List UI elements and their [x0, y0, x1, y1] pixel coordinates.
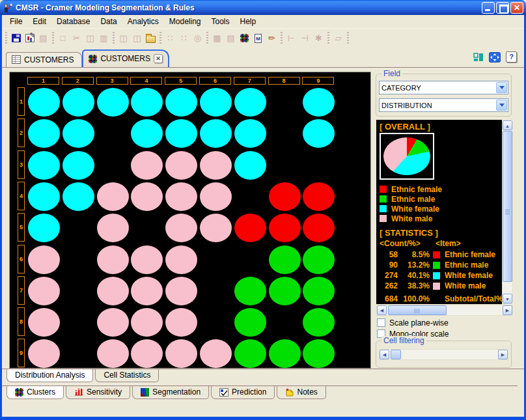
cluster-cell-r6c5[interactable]: [165, 245, 197, 274]
menu-help[interactable]: Help: [235, 16, 262, 27]
menu-analytics[interactable]: Analytics: [122, 16, 164, 27]
cluster-cell-r4c3[interactable]: [97, 182, 129, 211]
cluster-cell-r4c5[interactable]: [165, 182, 197, 211]
minimize-button[interactable]: [482, 2, 495, 14]
cluster-cell-r4c9[interactable]: [303, 182, 335, 211]
cluster-cell-r9c8[interactable]: [269, 339, 301, 368]
cluster-cell-r5c1[interactable]: [28, 214, 60, 242]
scroll-thumb[interactable]: [391, 350, 401, 359]
cluster-cell-r1c5[interactable]: [165, 88, 197, 117]
cluster-cell-r7c5[interactable]: [165, 277, 197, 305]
cluster-cell-r9c4[interactable]: [131, 339, 163, 368]
cluster-cell-r1c6[interactable]: [200, 88, 232, 117]
cluster-cell-r4c2[interactable]: [62, 182, 94, 211]
cluster-cell-r7c7[interactable]: [234, 277, 266, 305]
cluster-cell-r3c6[interactable]: [200, 151, 232, 180]
cluster-cell-r6c9[interactable]: [303, 245, 335, 274]
scale-plane-wise-checkbox[interactable]: [377, 318, 385, 327]
cluster-cell-r2c9[interactable]: [303, 119, 335, 148]
cluster-cell-r7c9[interactable]: [303, 277, 335, 305]
cluster-cell-r2c5[interactable]: [165, 119, 197, 148]
cluster-cell-r8c1[interactable]: [28, 308, 60, 337]
cluster-cell-r1c9[interactable]: [303, 88, 335, 117]
cluster-cell-r6c8[interactable]: [269, 245, 301, 274]
merge-right-icon[interactable]: ⊣: [298, 31, 312, 45]
cluster-cell-r3c5[interactable]: [165, 151, 197, 180]
flow-view-icon[interactable]: ▤: [224, 31, 238, 45]
cluster-cell-r3c7[interactable]: [234, 151, 266, 180]
open-folder-icon[interactable]: [144, 31, 158, 45]
scroll-right-icon[interactable]: ▶: [498, 350, 508, 359]
cluster-cell-r2c7[interactable]: [234, 119, 266, 148]
help-icon[interactable]: ?: [506, 51, 517, 63]
edit-notes-icon[interactable]: ✏: [265, 31, 279, 45]
tab-segmentation[interactable]: Segmentation: [132, 386, 209, 399]
snowflake-icon[interactable]: ✱: [312, 31, 325, 45]
window-switch-icon[interactable]: ▱: [331, 31, 345, 45]
print-icon[interactable]: ▤: [36, 31, 50, 45]
paste-link-icon[interactable]: ◫: [117, 31, 130, 45]
cluster-cell-r2c6[interactable]: [200, 119, 232, 148]
cluster-cell-r1c1[interactable]: [28, 88, 60, 117]
scroll-thumb[interactable]: [503, 131, 512, 282]
cluster-cell-r8c9[interactable]: [303, 308, 335, 337]
paste-icon[interactable]: ▥: [97, 31, 111, 45]
cluster-cell-r8c4[interactable]: [131, 308, 163, 337]
dot-grid-icon[interactable]: ∷: [177, 31, 191, 45]
cell-filtering-scrollbar[interactable]: ◀ ▶: [379, 349, 508, 360]
tab-notes[interactable]: Notes: [277, 386, 325, 399]
stats-vertical-scrollbar[interactable]: ▲ ▼: [502, 120, 513, 304]
cluster-cell-r9c9[interactable]: [303, 339, 335, 368]
menu-modeling[interactable]: Modeling: [164, 16, 206, 27]
save-icon[interactable]: [9, 31, 23, 45]
cluster-cell-r8c5[interactable]: [165, 308, 197, 337]
merge-left-icon[interactable]: ⊢: [284, 31, 298, 45]
pattern-grid-icon[interactable]: ∷: [163, 31, 177, 45]
cluster-cell-r9c6[interactable]: [200, 339, 232, 368]
stats-horizontal-scrollbar[interactable]: ◀ ▶: [376, 305, 513, 316]
chevron-down-icon[interactable]: [496, 100, 507, 111]
cluster-cell-r7c3[interactable]: [97, 277, 129, 305]
cluster-cell-r1c4[interactable]: [131, 88, 163, 117]
zoom-grid-icon[interactable]: ◎: [191, 31, 204, 45]
new-document-icon[interactable]: □: [56, 31, 70, 45]
cluster-cell-r5c7[interactable]: [234, 214, 266, 242]
chevron-down-icon[interactable]: [496, 82, 507, 93]
cluster-cell-r1c7[interactable]: [234, 88, 266, 117]
distribution-select[interactable]: DISTRIBUTION: [379, 98, 508, 112]
close-tab-icon[interactable]: ✕: [154, 54, 163, 63]
menu-edit[interactable]: Edit: [27, 16, 51, 27]
close-button[interactable]: [510, 2, 523, 14]
chart-view-icon[interactable]: [473, 53, 484, 62]
scroll-right-icon[interactable]: ▶: [503, 305, 512, 315]
cluster-cell-r9c7[interactable]: [234, 339, 266, 368]
title-bar[interactable]: CMSR - Cramer Modeling Segmentation & Ru…: [0, 0, 526, 15]
tab-prediction[interactable]: Prediction: [211, 386, 275, 399]
cluster-cell-r5c5[interactable]: [165, 214, 197, 242]
scroll-down-icon[interactable]: ▼: [503, 294, 512, 303]
cluster-cell-r9c5[interactable]: [165, 339, 197, 368]
cluster-cell-r8c3[interactable]: [97, 308, 129, 337]
cluster-cell-r1c2[interactable]: [62, 88, 94, 117]
cluster-cell-r6c4[interactable]: [131, 245, 163, 274]
cluster-cell-r3c1[interactable]: [28, 151, 60, 180]
expand-icon[interactable]: [489, 52, 501, 63]
menu-data[interactable]: Data: [95, 16, 122, 27]
cluster-grid-icon[interactable]: [238, 31, 251, 45]
scroll-up-icon[interactable]: ▲: [503, 120, 512, 130]
paste-special-icon[interactable]: ◫: [130, 31, 144, 45]
cluster-cell-r4c1[interactable]: [28, 182, 60, 211]
tab-sensitivity[interactable]: Sensitivity: [66, 386, 130, 399]
doc-tab-customers[interactable]: CUSTOMERS✕: [82, 49, 169, 67]
tab-cell-statistics[interactable]: Cell Statistics: [95, 369, 159, 382]
menu-tools[interactable]: Tools: [206, 16, 235, 27]
tab-distribution-analysis[interactable]: Distribution Analysis: [7, 369, 93, 382]
cluster-cell-r9c1[interactable]: [28, 339, 60, 368]
cluster-cell-r4c4[interactable]: [131, 182, 163, 211]
cluster-cell-r4c8[interactable]: [269, 182, 301, 211]
cluster-cell-r7c1[interactable]: [28, 277, 60, 305]
cluster-cell-r7c4[interactable]: [131, 277, 163, 305]
scroll-left-icon[interactable]: ◀: [377, 305, 387, 315]
menu-file[interactable]: File: [5, 16, 27, 27]
cluster-cell-r6c3[interactable]: [97, 245, 129, 274]
